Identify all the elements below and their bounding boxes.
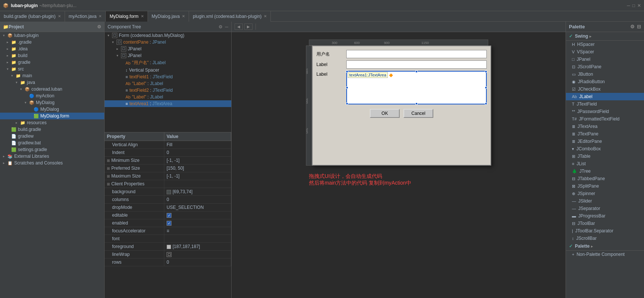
palette-item-jpasswordfield[interactable]: ** JPasswordField [566,108,644,115]
comp-item--label-[interactable]: Ab "Label" : JLabel [105,94,231,100]
color-swatch[interactable] [167,245,171,249]
palette-item-jscrollpane[interactable]: ⊡ JScrollPane [566,63,644,70]
checkbox-unchecked[interactable]: ☐ [167,252,171,257]
sidebar-item-main[interactable]: ▾ 📁 main [0,72,104,79]
sidebar-item--gradle[interactable]: ▸ 📁 .gradle [0,39,104,46]
comp-item--label-[interactable]: Ab "Label" : JLabel [105,80,231,87]
username-input[interactable] [346,50,487,58]
handle-br[interactable] [485,103,487,105]
palette-item-jtoolbar-separator[interactable]: | JToolBar.Separator [566,227,644,235]
sidebar-gear-icon[interactable]: ⚙ [97,24,101,29]
palette-item-jsplitpane[interactable]: ⊠ JSplitPane [566,182,644,190]
checkbox-checked[interactable]: ✓ [167,221,171,226]
palette-section-swing[interactable]: ✓ Swing ▸ [566,32,644,41]
comp-checkbox[interactable]: ☐ [117,40,122,45]
handle-tl[interactable] [346,70,348,73]
handle-left[interactable] [346,87,348,89]
tab-close-plugin-xml[interactable]: ✕ [264,14,267,18]
sidebar-item-settings-gradle[interactable]: 🟩 settings.gradle [0,146,104,153]
sidebar-item-coderead-luban[interactable]: ▾ 📦 coderead.luban [0,86,104,92]
ok-button[interactable]: OK [370,109,400,118]
sidebar-item-mydialog-form[interactable]: 🟩 MyDialog.form [0,113,104,119]
palette-item-vspacer[interactable]: V VSpacer [566,48,644,56]
handle-tr[interactable] [485,70,487,73]
palette-gear-icon[interactable]: ⚙ [630,24,635,29]
palette-item-jcombobox[interactable]: ▾ JComboBox [566,145,644,153]
tab-close-myaction[interactable]: ✕ [99,14,102,18]
comp-item-textfield1[interactable]: ≡ textField1 : JTextField [105,73,231,80]
toolbar-icon-1[interactable]: ◀ [235,23,243,30]
minimize-icon[interactable]: ─ [627,3,630,8]
sidebar-item-build-gradle[interactable]: 🟩 build.gradle [0,126,104,133]
palette-item-jpanel[interactable]: □ JPanel [566,56,644,63]
sidebar-item-resources[interactable]: ▸ 📁 resources [0,119,104,126]
expand-icon[interactable]: ⊞ [107,182,110,186]
palette-item-jeditorpane[interactable]: ≣ JEditorPane [566,138,644,145]
comp-item-textfield2[interactable]: ≡ textField2 : JTextField [105,87,231,94]
palette-item-jtabbedpane[interactable]: ⊟ JTabbedPane [566,175,644,182]
checkbox-checked[interactable]: ✓ [167,213,171,218]
palette-item-jspinner[interactable]: ⊕ JSpinner [566,190,644,197]
sidebar-item-mydialog[interactable]: ▾ 📦 MyDialog [0,99,104,106]
tab-mydialog-java[interactable]: MyDialog.java✕ [148,11,189,22]
sidebar-item-luban-plugin[interactable]: ▾ 📦 luban-plugin [0,32,104,39]
minimize-panel-icon[interactable]: ─ [225,24,228,29]
palette-item-jscrollbar[interactable]: ↕ JScrollBar [566,235,644,242]
palette-item-jbutton[interactable]: ▭ JButton [566,70,644,78]
palette-item-jtextarea[interactable]: ≣ JTextArea [566,123,644,130]
close-icon[interactable]: ✕ [637,3,641,8]
palette-item-jlist[interactable]: ≡ JList [566,160,644,167]
textarea-selected[interactable]: textArea1:JTextArea 🔶 [346,71,487,104]
palette-item-jseparator[interactable]: — JSeparator [566,205,644,212]
expand-icon[interactable]: ⊞ [107,159,110,163]
tab-plugin-xml[interactable]: plugin.xml (coderead.luban-plugin)✕ [189,11,271,22]
palette-item-jtoolbar[interactable]: ⊟ JToolBar [566,220,644,227]
sidebar-item-myaction[interactable]: 🔵 myAction [0,92,104,99]
comp-item-form--coderead-luban-mydialog-[interactable]: ▾ ☐ Form (coderead.luban.MyDialog) [105,32,231,39]
comp-checkbox[interactable]: ☐ [121,53,126,58]
expand-icon[interactable]: ⊞ [107,166,110,170]
comp-item------[interactable]: Ab "用户名" : JLabel [105,59,231,67]
sidebar-item-external-libraries[interactable]: ▸ 📚 External Libraries [0,153,104,160]
window-controls[interactable]: ─ □ ✕ [627,3,641,8]
comp-item-contentpane[interactable]: ▾ ☐ contentPane : JPanel [105,39,231,46]
tab-myaction[interactable]: myAction.java✕ [65,11,106,22]
palette-layout-icon[interactable]: ⊟ [637,24,641,29]
palette-item-jslider[interactable]: — JSlider [566,197,644,205]
tab-close-mydialog-form[interactable]: ✕ [141,14,144,18]
handle-top[interactable] [415,70,418,73]
cancel-button[interactable]: Cancel [403,109,433,118]
sidebar-item-scratches-and-consoles[interactable]: ▸ 📋 Scratches and Consoles [0,160,104,166]
comp-item-textarea1[interactable]: ≡ textArea1 : JTextArea [105,100,231,107]
palette-item-jlabel[interactable]: Ab JLabel [566,93,644,100]
handle-bottom[interactable] [415,103,418,105]
palette-item-hspacer[interactable]: H HSpacer [566,41,644,48]
sidebar-item-java[interactable]: ▾ 📁 java [0,79,104,86]
sidebar-item-gradlew-bat[interactable]: 📄 gradlew.bat [0,139,104,146]
palette-item-jtable[interactable]: ⊞ JTable [566,153,644,160]
palette-item-jcheckbox[interactable]: ☑ JCheckBox [566,85,644,93]
comp-checkbox[interactable]: ☐ [112,33,117,38]
sidebar-item-gradlew[interactable]: 📄 gradlew [0,133,104,139]
sidebar-item-gradle[interactable]: ▸ 📁 gradle [0,59,104,66]
tab-close-build-gradle[interactable]: ✕ [58,14,61,18]
maximize-icon[interactable]: □ [632,3,635,8]
comp-item-vertical-spacer[interactable]: ↕ Vertical Spacer [105,67,231,73]
sidebar-item-mydialog[interactable]: 🔵 MyDialog [0,106,104,113]
tab-close-mydialog-java[interactable]: ✕ [182,14,185,18]
palette-item-jtree[interactable]: 🌲 JTree [566,167,644,175]
palette-item-jtextpane[interactable]: ≣ JTextPane [566,130,644,138]
label1-input[interactable] [346,60,487,69]
palette-section-palette[interactable]: ✓ Palette ▸ [566,242,644,251]
expand-icon[interactable]: ⊞ [107,174,110,178]
color-swatch[interactable] [167,190,171,194]
sidebar-item-src[interactable]: ▾ 📁 src [0,66,104,72]
palette-item-jtextfield[interactable]: T JTextField [566,100,644,108]
sidebar-item-build[interactable]: ▸ 📁 build [0,52,104,59]
tab-build-gradle[interactable]: build.gradle (luban-plugin)✕ [0,11,65,22]
settings-icon[interactable]: ⚙ [219,24,223,29]
comp-checkbox[interactable]: ☐ [121,46,126,51]
palette-item-jformattedtextfield[interactable]: T# JFormattedTextField [566,115,644,123]
palette-item-jprogressbar[interactable]: ▬ JProgressBar [566,212,644,220]
handle-bl[interactable] [346,103,348,105]
